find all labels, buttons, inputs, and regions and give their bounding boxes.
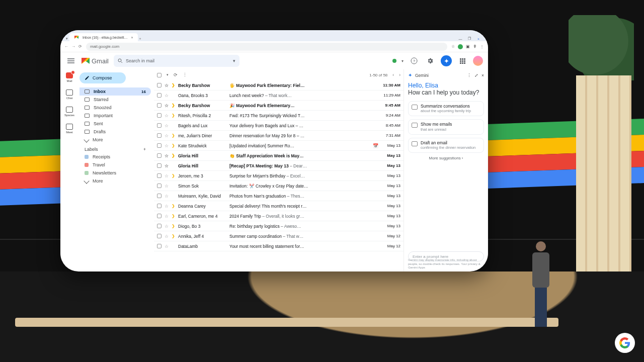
row-checkbox[interactable] [157,214,162,218]
gemini-suggestion[interactable]: Show me emailsthat are unread [408,119,484,134]
gemini-launch-button[interactable]: ✦ [441,55,452,66]
google-apps-grid-icon[interactable] [457,55,468,66]
browser-menu-icon[interactable]: ⋮ [480,44,484,49]
rail-meet[interactable]: Meet [66,124,73,134]
sidebar-folder-drafts[interactable]: Drafts [79,128,151,136]
panel-menu-icon[interactable]: ⋮ [467,73,471,78]
rail-chat[interactable]: Chat [66,89,73,100]
select-options-icon[interactable]: ▾ [167,73,169,77]
star-icon[interactable]: ☆ [165,214,169,219]
row-checkbox[interactable] [157,153,162,158]
extension-mic-icon[interactable]: 🎙 [473,44,477,49]
panel-close-icon[interactable]: × [481,73,484,78]
importance-marker-icon[interactable]: ❯ [172,194,175,198]
row-checkbox[interactable] [157,163,162,168]
row-checkbox[interactable] [157,244,162,248]
star-icon[interactable]: ☆ [165,204,169,209]
new-tab-button[interactable]: ＋ [138,36,143,41]
bookmark-star-icon[interactable]: ☆ [451,44,455,49]
email-row[interactable]: ☆❯Bagels and LuxYour delivery from Bagel… [154,121,404,131]
rail-spaces[interactable]: Spaces [64,107,74,117]
page-next-icon[interactable]: › [399,72,400,77]
row-checkbox[interactable] [157,224,162,228]
row-checkbox[interactable] [157,103,162,108]
email-row[interactable]: ☆❯me, Julian's DinerDinner reservation f… [154,131,404,141]
row-checkbox[interactable] [157,93,162,98]
sidebar-folder-inbox[interactable]: Inbox16 [79,87,151,96]
sidebar-folder-starred[interactable]: Starred [79,96,151,104]
settings-gear-icon[interactable] [425,55,436,66]
star-icon[interactable]: ☆ [165,194,169,199]
importance-marker-icon[interactable]: ❯ [172,163,175,168]
star-icon[interactable]: ☆ [165,143,169,148]
gmail-logo[interactable]: Gmail [82,57,109,65]
row-checkbox[interactable] [157,133,162,138]
row-checkbox[interactable] [157,113,162,118]
browser-tab[interactable]: Inbox (16) - elisa.g.beckett… × [69,33,138,41]
importance-marker-icon[interactable]: ❯ [172,113,175,118]
search-options-icon[interactable]: ▾ [233,58,235,63]
row-checkbox[interactable] [157,234,162,238]
sidebar-label-travel[interactable]: Travel [79,161,151,169]
email-row[interactable]: ☆❯Becky Barshow🎉 Maywood Park Elementary… [154,101,404,111]
email-row[interactable]: ☆❯Gloria Hill[Recap] PTA Meeting: May 13… [154,161,404,171]
row-checkbox[interactable] [157,204,162,208]
refresh-list-icon[interactable]: ⟳ [174,72,178,77]
sidebar-label-receipts[interactable]: Receipts [79,153,151,161]
tab-group-chevron-icon[interactable]: ▾ [64,36,69,41]
help-icon[interactable]: ? [409,55,420,66]
email-row[interactable]: ☆❯DataLambYour most recent billing state… [154,241,404,251]
star-icon[interactable]: ☆ [165,163,169,168]
star-icon[interactable]: ☆ [165,123,169,128]
sidebar-label-newsletters[interactable]: Newsletters [79,169,151,177]
main-menu-hamburger-icon[interactable] [65,55,76,66]
importance-marker-icon[interactable]: ❯ [172,224,175,228]
star-icon[interactable]: ☆ [165,234,169,239]
row-checkbox[interactable] [157,83,162,87]
star-icon[interactable]: ☆ [165,113,169,118]
sidebar-label-more[interactable]: More [79,177,151,185]
email-row[interactable]: ☆❯Deanna CareySpecial delivery! This mon… [154,201,404,211]
email-row[interactable]: ☆❯Becky Barshow🖐️ Maywood Park Elementar… [154,80,404,90]
status-chevron-icon[interactable]: ▾ [401,59,404,63]
add-label-icon[interactable]: + [143,147,146,152]
page-prev-icon[interactable]: ‹ [392,72,394,77]
importance-marker-icon[interactable]: ❯ [172,153,175,158]
importance-marker-icon[interactable]: ❯ [172,184,175,188]
importance-marker-icon[interactable]: ❯ [172,173,175,178]
window-close-icon[interactable]: × [476,36,481,41]
status-active-dot-icon[interactable] [392,59,396,63]
importance-marker-icon[interactable]: ❯ [172,244,175,248]
url-field[interactable]: mail.google.com [86,43,447,51]
star-icon[interactable]: ☆ [165,133,169,138]
importance-marker-icon[interactable]: ❯ [172,234,175,238]
more-suggestions-link[interactable]: More suggestions › [408,156,484,160]
email-row[interactable]: ☆❯Annika, Jeff 4Summer camp coordination… [154,231,404,241]
email-row[interactable]: ☆❯Ritesh, Priscilla 2Fwd: #173 The Surpr… [154,111,404,121]
star-icon[interactable]: ☆ [165,173,169,178]
importance-marker-icon[interactable]: ❯ [172,133,175,138]
row-checkbox[interactable] [157,173,162,178]
importance-marker-icon[interactable]: ❯ [172,83,175,87]
nav-forward-icon[interactable]: → [71,44,75,49]
star-icon[interactable]: ☆ [165,244,169,249]
importance-marker-icon[interactable]: ❯ [172,204,175,208]
sidebar-folder-sent[interactable]: Sent [79,120,151,128]
row-checkbox[interactable] [157,123,162,128]
importance-marker-icon[interactable]: ❯ [172,103,175,108]
extension-icon[interactable]: ▣ [466,44,470,49]
importance-marker-icon[interactable]: ❯ [172,143,175,148]
select-all-checkbox[interactable] [157,73,162,77]
email-row[interactable]: ☆❯Kate Strudwick[Updated invitation] Sum… [154,141,404,151]
gemini-suggestion[interactable]: Summarize conversationsabout the upcomin… [408,101,484,116]
importance-marker-icon[interactable]: ❯ [172,93,175,98]
window-restore-icon[interactable]: ❐ [467,36,472,41]
rail-mail[interactable]: Mail [66,72,73,82]
row-checkbox[interactable] [157,184,162,188]
panel-expand-icon[interactable]: ⤢ [474,73,478,78]
tab-close-icon[interactable]: × [130,35,135,40]
star-icon[interactable]: ☆ [165,93,169,98]
star-icon[interactable]: ☆ [165,153,169,158]
row-checkbox[interactable] [157,194,162,198]
sidebar-folder-important[interactable]: Important [79,112,151,120]
